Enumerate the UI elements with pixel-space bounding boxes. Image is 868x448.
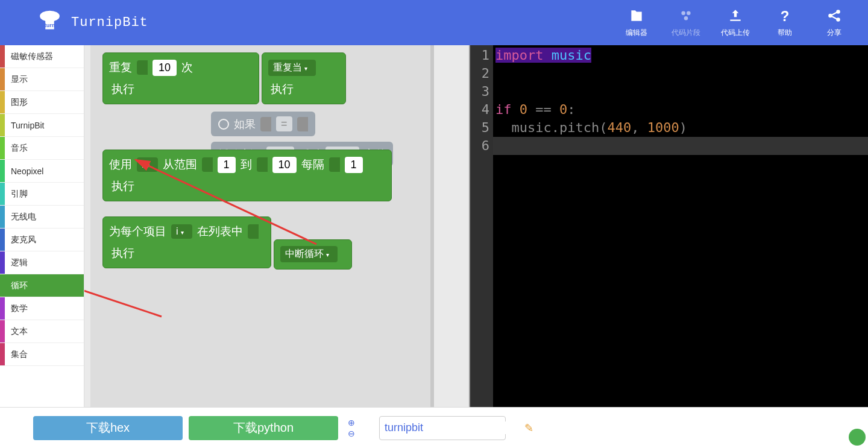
sidebar-item-8[interactable]: 麦克风 [0,229,84,251]
corner-badge[interactable] [849,429,866,446]
app-title: TurnipBit [71,15,148,30]
block-label: 执行 [271,81,294,97]
nav-item-1[interactable]: 代码片段 [670,7,702,38]
block-label: 次 [181,60,193,75]
pencil-icon[interactable]: ✎ [524,421,533,435]
header-nav: 编辑器代码片段代码上传?帮助分享 [621,7,868,38]
sidebar-item-3[interactable]: TurnipBit [0,114,84,137]
sidebar-label: 图形 [5,97,28,108]
nav-label: 帮助 [778,28,792,38]
sidebar-item-2[interactable]: 图形 [0,91,84,114]
nav-item-4[interactable]: 分享 [819,7,850,38]
block-foreach[interactable]: 为每个项目 i 在列表中 执行 [102,216,271,268]
nav-icon [678,7,694,24]
sidebar-item-11[interactable]: 数学 [0,297,84,320]
svg-point-0 [40,10,60,21]
block-for-range[interactable]: 使用 i 从范围 1 到 10 每隔 1 执行 [102,150,392,201]
code-editor[interactable]: 123456 import musicif 0 == 0: music.pitc… [470,45,868,407]
nav-label: 代码片段 [671,28,700,38]
gear-icon[interactable] [218,119,229,130]
foreach-var-dropdown[interactable]: i [171,224,192,239]
nav-item-3[interactable]: ?帮助 [769,7,800,38]
sidebar-label: 磁敏传感器 [5,51,53,62]
svg-point-2 [681,11,685,15]
repeat-while-dropdown[interactable]: 重复当 [268,60,316,76]
block-label: 为每个项目 [109,224,166,239]
svg-point-3 [687,11,691,15]
sidebar-label: 数学 [5,303,28,314]
nav-label: 编辑器 [626,28,647,38]
nav-icon: ? [777,7,793,24]
sidebar-label: 无线电 [5,212,36,222]
sidebar: 磁敏传感器显示图形TurnipBit音乐Neopixel引脚无线电麦克风逻辑循环… [0,45,84,407]
sidebar-item-6[interactable]: 引脚 [0,183,84,206]
sidebar-label: 逻辑 [5,257,28,268]
op-field[interactable]: = [276,116,292,131]
nav-item-2[interactable]: 代码上传 [720,7,751,38]
download-hex-button[interactable]: 下载hex [33,416,183,440]
sidebar-item-7[interactable]: 无线电 [0,206,84,229]
block-label: 在列表中 [197,224,243,239]
filename-input[interactable] [385,421,524,434]
sidebar-label: 音乐 [5,143,28,154]
to-field[interactable]: 10 [272,157,297,173]
download-python-button[interactable]: 下载python [189,416,338,440]
ghost-block-if[interactable]: 如果 = [211,112,315,136]
svg-text:?: ? [781,8,790,24]
sidebar-item-5[interactable]: Neopixel [0,160,84,183]
block-label: 执行 [112,81,134,97]
blocks-workspace[interactable]: 重复 10 次 执行 如果 = [84,45,470,407]
svg-text:turn: turn [45,22,55,28]
sidebar-label: Neopixel [5,166,43,176]
sidebar-label: 集合 [5,349,28,360]
footer: 下载hex 下载python ⊕ ⊖ ✎ [0,407,868,448]
zoom-in-icon[interactable]: ⊕ [348,417,355,428]
sidebar-label: 麦克风 [5,235,36,245]
repeat-count-field[interactable]: 10 [153,60,177,76]
filename-box: ✎ [379,416,506,440]
header: turn TurnipBit 编辑器代码片段代码上传?帮助分享 [0,0,868,45]
block-label: 执行 [112,178,134,194]
sidebar-item-9[interactable]: 逻辑 [0,251,84,274]
nav-item-0[interactable]: 编辑器 [621,7,652,38]
sidebar-label: 显示 [5,74,28,85]
block-label: 从范围 [163,157,197,172]
block-label: 到 [241,157,252,172]
sidebar-item-1[interactable]: 显示 [0,68,84,91]
zoom-out-icon[interactable]: ⊖ [348,428,355,439]
block-repeat-times[interactable]: 重复 10 次 执行 [102,52,259,104]
for-var-dropdown[interactable]: i [137,157,158,172]
sidebar-item-13[interactable]: 集合 [0,343,84,366]
block-break[interactable]: 中断循环 [274,239,352,270]
sidebar-item-10[interactable]: 循环 [0,274,84,297]
sidebar-label: 循环 [5,280,28,291]
break-dropdown[interactable]: 中断循环 [280,246,338,262]
logo-icon: turn [33,8,66,33]
sidebar-item-0[interactable]: 磁敏传感器 [0,45,84,68]
block-label: 重复 [109,60,132,75]
sidebar-label: TurnipBit [5,121,45,130]
block-label: 如果 [234,117,256,131]
block-label: 使用 [109,157,132,172]
blocks-flyout: 重复 10 次 执行 如果 = [90,45,434,407]
nav-icon [826,7,842,24]
from-field[interactable]: 1 [218,157,236,173]
block-label: 每隔 [301,157,324,172]
svg-point-4 [684,16,688,21]
block-repeat-while[interactable]: 重复当 执行 [262,52,346,104]
sidebar-label: 文本 [5,326,28,337]
step-field[interactable]: 1 [345,157,363,173]
nav-icon [629,7,644,24]
block-label: 执行 [112,245,134,261]
nav-label: 分享 [827,28,841,38]
sidebar-item-12[interactable]: 文本 [0,320,84,343]
nav-label: 代码上传 [721,28,750,38]
sidebar-item-4[interactable]: 音乐 [0,137,84,160]
svg-line-9 [832,13,837,15]
code-lines: import musicif 0 == 0: music.pitch(440, … [493,45,868,407]
sidebar-label: 引脚 [5,189,28,200]
svg-line-10 [832,16,837,19]
nav-icon [728,7,743,24]
line-gutter: 123456 [470,45,493,407]
